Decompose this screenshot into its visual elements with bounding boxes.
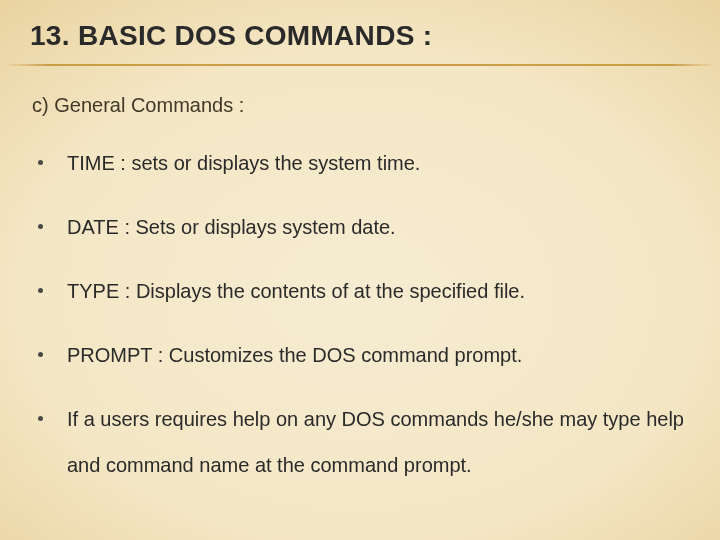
bullet-icon: [38, 224, 43, 229]
bullet-icon: [38, 160, 43, 165]
bullet-text: PROMPT : Customizes the DOS command prom…: [67, 332, 522, 378]
slide-title: 13. BASIC DOS COMMANDS :: [30, 20, 690, 60]
list-item: PROMPT : Customizes the DOS command prom…: [32, 332, 688, 378]
bullet-text: If a users requires help on any DOS comm…: [67, 396, 688, 488]
title-underline: [5, 64, 715, 66]
list-item: If a users requires help on any DOS comm…: [32, 396, 688, 488]
bullet-list: TIME : sets or displays the system time.…: [32, 140, 688, 506]
bullet-text: TIME : sets or displays the system time.: [67, 140, 420, 186]
slide: 13. BASIC DOS COMMANDS : c) General Comm…: [0, 0, 720, 540]
list-item: TYPE : Displays the contents of at the s…: [32, 268, 688, 314]
bullet-text: DATE : Sets or displays system date.: [67, 204, 396, 250]
bullet-icon: [38, 288, 43, 293]
bullet-icon: [38, 352, 43, 357]
bullet-icon: [38, 416, 43, 421]
list-item: DATE : Sets or displays system date.: [32, 204, 688, 250]
list-item: TIME : sets or displays the system time.: [32, 140, 688, 186]
section-subhead: c) General Commands :: [32, 94, 244, 117]
bullet-text: TYPE : Displays the contents of at the s…: [67, 268, 525, 314]
